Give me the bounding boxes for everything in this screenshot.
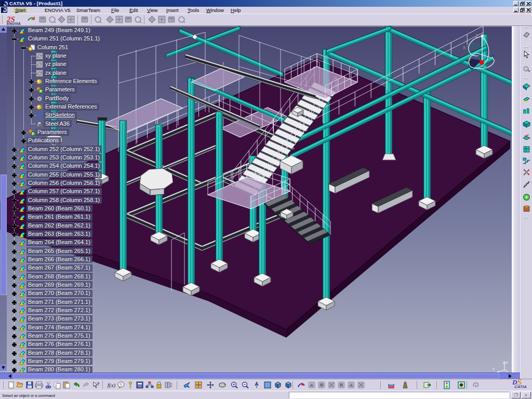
- svg-text:P: P: [39, 89, 42, 93]
- svg-text:x: x: [463, 45, 466, 50]
- svg-text:?: ?: [119, 382, 122, 387]
- svg-text:z: z: [475, 33, 478, 38]
- svg-text:x: x: [493, 366, 495, 371]
- svg-text:z: z: [506, 360, 508, 365]
- svg-text:f(x): f(x): [108, 382, 115, 389]
- svg-text:P: P: [32, 132, 34, 136]
- svg-text:?: ?: [97, 381, 100, 387]
- svg-text:y: y: [468, 56, 471, 62]
